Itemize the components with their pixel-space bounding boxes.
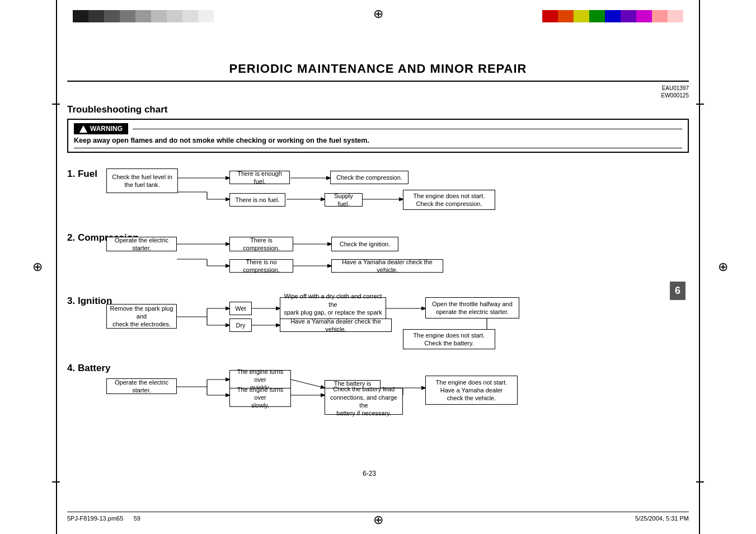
fuel-enough-box: There is enough fuel. bbox=[229, 171, 290, 184]
comp-check-ignition: Check the ignition. bbox=[331, 237, 398, 251]
crosshair-left: ⊕ bbox=[32, 260, 43, 274]
page-title: PERIODIC MAINTENANCE AND MINOR REPAIR bbox=[67, 62, 689, 76]
bat-start-box: Operate the electric starter. bbox=[106, 378, 177, 394]
color-bar-right bbox=[542, 10, 683, 22]
tick-right-top bbox=[696, 104, 704, 105]
warning-triangle-icon bbox=[79, 125, 87, 133]
comp-yamaha-dealer: Have a Yamaha dealer check the vehicle. bbox=[331, 259, 443, 273]
fuel-start-box: Check the fuel level in the fuel tank. bbox=[106, 168, 178, 193]
ign-dry-box: Dry bbox=[229, 318, 252, 332]
page-footer: 5PJ-F8199-13.pm65 59 5/25/2004, 5:31 PM bbox=[67, 512, 689, 522]
crosshair-top: ⊕ bbox=[373, 7, 383, 21]
tick-left-top bbox=[52, 104, 60, 105]
page-center-number: 6-23 bbox=[363, 470, 376, 477]
code-ref-2: EW000125 bbox=[67, 92, 689, 99]
section1-label: 1. Fuel bbox=[67, 168, 97, 180]
bat-check-lead: Check the battery lead connections, and … bbox=[325, 388, 403, 415]
vline-left bbox=[56, 0, 57, 534]
bat-turns-slowly: The engine turns over slowly. bbox=[229, 388, 291, 407]
warning-text: Keep away open flames and do not smoke w… bbox=[74, 137, 682, 144]
warning-label: WARNING bbox=[74, 123, 128, 134]
fuel-no-fuel-box: There is no fuel. bbox=[229, 193, 285, 207]
color-bar-left bbox=[73, 10, 214, 22]
warning-bottom-hr bbox=[74, 148, 682, 148]
fuel-engine-no-start: The engine does not start. Check the com… bbox=[403, 190, 495, 210]
svg-line-28 bbox=[291, 380, 325, 388]
tick-left-bottom bbox=[52, 481, 60, 483]
ign-wipe-off: Wipe off with a dry cloth and correct th… bbox=[280, 297, 386, 320]
side-badge: 6 bbox=[670, 282, 685, 300]
comp-start-box: Operate the electric starter. bbox=[106, 237, 177, 251]
main-content: PERIODIC MAINTENANCE AND MINOR REPAIR EA… bbox=[67, 34, 689, 500]
footer-left: 5PJ-F8199-13.pm65 59 bbox=[67, 515, 140, 522]
ign-open-throttle: Open the throttle halfway and operate th… bbox=[425, 297, 519, 318]
vline-right bbox=[699, 0, 700, 534]
ign-start-box: Remove the spark plug and check the elec… bbox=[106, 304, 177, 329]
warning-line bbox=[133, 129, 682, 129]
section4-label: 4. Battery bbox=[67, 363, 111, 374]
warning-title-row: WARNING bbox=[74, 123, 682, 134]
section3-label: 3. Ignition bbox=[67, 296, 112, 307]
fuel-check-compression: Check the compression. bbox=[330, 171, 408, 184]
code-ref-1: EAU01397 bbox=[67, 85, 689, 91]
ign-wet-box: Wet bbox=[229, 302, 252, 315]
fuel-supply-box: Supply fuel. bbox=[325, 193, 363, 207]
tick-right-bottom bbox=[696, 481, 704, 483]
comp-there-is-comp: There is compression. bbox=[229, 237, 293, 251]
section-heading: Troubleshooting chart bbox=[67, 104, 689, 115]
footer-right: 5/25/2004, 5:31 PM bbox=[635, 515, 689, 522]
bat-engine-no-start: The engine does not start. Have a Yamaha… bbox=[425, 376, 518, 405]
flowchart-container: 1. Fuel Check the fuel level in the fuel… bbox=[67, 158, 672, 455]
warning-label-text: WARNING bbox=[90, 125, 123, 133]
warning-box: WARNING Keep away open flames and do not… bbox=[67, 119, 689, 153]
ign-yamaha-dry: Have a Yamaha dealer check the vehicle. bbox=[280, 318, 392, 332]
title-divider bbox=[67, 81, 689, 82]
comp-no-compression: There is no compression. bbox=[229, 259, 293, 273]
crosshair-right: ⊕ bbox=[718, 260, 728, 274]
ign-engine-no-start: The engine does not start. Check the bat… bbox=[403, 329, 495, 349]
